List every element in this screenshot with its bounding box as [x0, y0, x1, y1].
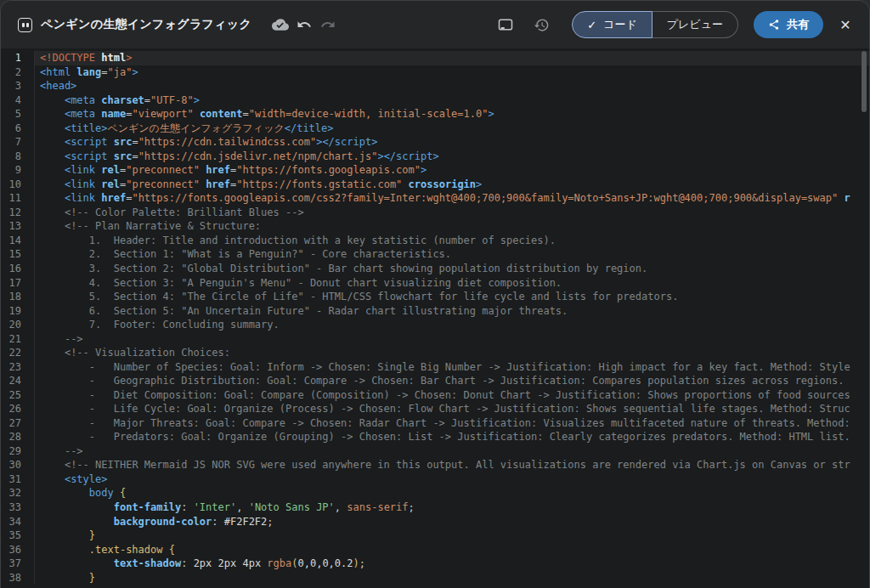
code-line[interactable]: 25 - Diet Composition: Goal: Compare (Co… [1, 388, 869, 403]
line-number: 31 [1, 472, 35, 487]
code-line[interactable]: 24 - Geographic Distribution: Goal: Comp… [1, 374, 869, 388]
line-number: 19 [1, 304, 35, 319]
check-icon: ✓ [587, 19, 596, 31]
line-number: 2 [1, 65, 35, 80]
code-line[interactable]: 5 <meta name="viewport" content="width=d… [1, 107, 869, 122]
line-number: 33 [1, 500, 35, 515]
line-number: 7 [1, 135, 35, 150]
vertical-scrollbar[interactable] [862, 51, 867, 112]
code-line[interactable]: 2<html lang="ja"> [1, 65, 869, 80]
code-line[interactable]: 38 } [1, 571, 869, 585]
code-line[interactable]: 31 <style> [1, 472, 869, 487]
app-title: ペンギンの生態インフォグラフィック [41, 17, 251, 32]
tab-code-label: コード [603, 17, 637, 32]
line-number: 20 [1, 318, 35, 332]
code-line[interactable]: 20 7. Footer: Concluding summary. [1, 318, 869, 332]
code-line[interactable]: 1<!DOCTYPE html> [1, 51, 869, 65]
code-line[interactable]: 4 <meta charset="UTF-8"> [1, 93, 869, 108]
share-button[interactable]: 共有 [754, 11, 823, 38]
history-icon[interactable] [529, 13, 553, 37]
line-number: 1 [1, 51, 35, 65]
code-line[interactable]: 11 <link href="https://fonts.googleapis.… [1, 191, 869, 206]
share-icon [768, 19, 780, 31]
share-label: 共有 [787, 17, 809, 32]
line-number: 23 [1, 360, 35, 375]
code-line[interactable]: 29 --> [1, 444, 869, 459]
code-line[interactable]: 16 3. Section 2: "Global Distribution" -… [1, 262, 869, 276]
code-lines: 1<!DOCTYPE html>2<html lang="ja">3<head>… [1, 51, 869, 585]
code-line[interactable]: 18 5. Section 4: "The Circle of Life" - … [1, 290, 869, 304]
code-line[interactable]: 30 <!-- NEITHER Mermaid JS NOR SVG were … [1, 458, 869, 472]
code-line[interactable]: 12 <!-- Color Palette: Brilliant Blues -… [1, 206, 869, 220]
line-number: 32 [1, 486, 35, 500]
line-number: 21 [1, 332, 35, 347]
line-number: 11 [1, 191, 35, 206]
line-number: 5 [1, 107, 35, 122]
line-number: 14 [1, 234, 35, 248]
line-number: 30 [1, 458, 35, 472]
code-line[interactable]: 7 <script src="https://cdn.tailwindcss.c… [1, 135, 869, 150]
line-number: 8 [1, 150, 35, 164]
code-line[interactable]: 19 6. Section 5: "An Uncertain Future" -… [1, 304, 869, 319]
line-number: 17 [1, 276, 35, 291]
code-line[interactable]: 21 --> [1, 332, 869, 347]
line-number: 24 [1, 374, 35, 388]
line-number: 3 [1, 79, 35, 93]
code-line[interactable]: 10 <link rel="preconnect" href="https://… [1, 178, 869, 192]
code-line[interactable]: 23 - Number of Species: Goal: Inform -> … [1, 360, 869, 375]
code-line[interactable]: 22 <!-- Visualization Choices: [1, 346, 869, 360]
terminal-icon[interactable] [494, 13, 517, 37]
line-number: 27 [1, 416, 35, 431]
close-icon[interactable]: ✕ [833, 13, 857, 37]
code-line[interactable]: 35 } [1, 529, 869, 543]
code-line[interactable]: 28 - Predators: Goal: Organize (Grouping… [1, 430, 869, 444]
code-line[interactable]: 15 2. Section 1: "What is a Penguin?" - … [1, 247, 869, 262]
code-line[interactable]: 17 4. Section 3: "A Penguin's Menu" - Do… [1, 276, 869, 291]
line-number: 26 [1, 402, 35, 416]
line-number: 36 [1, 543, 35, 557]
code-line[interactable]: 33 font-family: 'Inter', 'Noto Sans JP',… [1, 500, 869, 515]
code-line[interactable]: 6 <title>ペンギンの生態インフォグラフィック</title> [1, 122, 869, 136]
line-number: 4 [1, 93, 35, 108]
code-line[interactable]: 26 - Life Cycle: Goal: Organize (Process… [1, 402, 869, 416]
line-number: 35 [1, 529, 35, 543]
line-number: 12 [1, 206, 35, 220]
tab-code[interactable]: ✓ コード [572, 11, 652, 38]
code-line[interactable]: 36 .text-shadow { [1, 543, 869, 557]
undo-button[interactable] [292, 13, 316, 37]
line-number: 15 [1, 247, 35, 262]
line-number: 25 [1, 388, 35, 403]
tab-preview-label: プレビュー [667, 17, 723, 32]
line-number: 10 [1, 178, 35, 192]
cloud-done-icon [268, 13, 292, 37]
line-number: 28 [1, 430, 35, 444]
code-line[interactable]: 3<head> [1, 79, 869, 93]
tab-preview[interactable]: プレビュー [652, 11, 738, 38]
line-number: 18 [1, 290, 35, 304]
code-line[interactable]: 37 text-shadow: 2px 2px 4px rgba(0,0,0,0… [1, 557, 869, 571]
line-number: 22 [1, 346, 35, 360]
code-line[interactable]: 32 body { [1, 486, 869, 500]
code-line[interactable]: 8 <script src="https://cdn.jsdelivr.net/… [1, 150, 869, 164]
line-number: 16 [1, 262, 35, 276]
line-number: 6 [1, 122, 35, 136]
code-line[interactable]: 27 - Major Threats: Goal: Compare -> Cho… [1, 416, 869, 431]
code-line[interactable]: 34 background-color: #F2F2F2; [1, 515, 869, 529]
code-line[interactable]: 13 <!-- Plan Narrative & Structure: [1, 219, 869, 234]
code-window-icon [18, 18, 32, 32]
line-number: 37 [1, 557, 35, 571]
code-preview-toggle: ✓ コード プレビュー [572, 11, 738, 38]
line-number: 13 [1, 219, 35, 234]
redo-button[interactable] [316, 13, 340, 37]
app-window: ペンギンの生態インフォグラフィック ✓ コード プレビュー [0, 0, 870, 588]
toolbar: ペンギンの生態インフォグラフィック ✓ コード プレビュー [1, 1, 869, 48]
code-line[interactable]: 14 1. Header: Title and introduction wit… [1, 234, 869, 248]
code-line[interactable]: 9 <link rel="preconnect" href="https://f… [1, 163, 869, 178]
line-number: 38 [1, 571, 35, 585]
line-number: 9 [1, 163, 35, 178]
line-number: 29 [1, 444, 35, 459]
line-number: 34 [1, 515, 35, 529]
code-editor[interactable]: 1<!DOCTYPE html>2<html lang="ja">3<head>… [1, 48, 869, 588]
